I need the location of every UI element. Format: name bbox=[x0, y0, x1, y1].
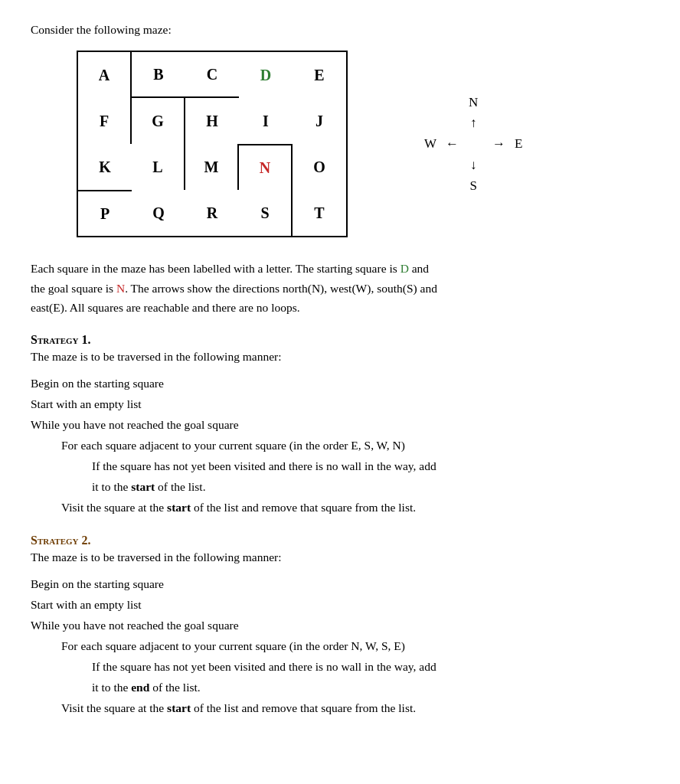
s2-step1: Begin on the starting square bbox=[31, 573, 649, 594]
maze-cell-E: E bbox=[293, 52, 346, 98]
s1-step1: Begin on the starting square bbox=[31, 373, 649, 394]
compass-east-label: E bbox=[515, 133, 522, 154]
maze-cell-J: J bbox=[293, 98, 346, 144]
maze-cell-B: B bbox=[132, 52, 185, 98]
s2-bold-end: end bbox=[131, 681, 149, 694]
s1-step5: If the square has not yet been visited a… bbox=[92, 456, 649, 476]
s2-step2: Start with an empty list bbox=[31, 594, 649, 615]
maze-cell-A: A bbox=[78, 52, 132, 98]
maze-cell-L: L bbox=[132, 144, 185, 190]
compass: N ↑ W ← → E ↓ S bbox=[424, 92, 522, 196]
maze-cell-I: I bbox=[239, 98, 293, 144]
strategy2-heading: Strategy 2. bbox=[31, 534, 649, 547]
strategy1-heading: Strategy 1. bbox=[31, 333, 649, 347]
compass-up-arrow: ↑ bbox=[470, 113, 477, 133]
s2-step4: For each square adjacent to your current… bbox=[61, 635, 649, 656]
s2-step3: While you have not reached the goal squa… bbox=[31, 615, 649, 635]
s2-step5b: it to the end of the list. bbox=[92, 677, 649, 697]
s2-bold-start: start bbox=[167, 701, 191, 714]
maze-grid: A B C D E F G H I bbox=[77, 51, 348, 237]
compass-right-arrow: → bbox=[492, 133, 505, 154]
s1-step3: While you have not reached the goal squa… bbox=[31, 414, 649, 435]
s2-step6: Visit the square at the start of the lis… bbox=[61, 697, 649, 718]
maze-cell-M: M bbox=[185, 144, 239, 190]
s1-step4: For each square adjacent to your current… bbox=[61, 435, 649, 456]
maze-cell-P: P bbox=[78, 190, 132, 236]
maze-cell-G: G bbox=[132, 98, 185, 144]
s1-bold-start: start bbox=[131, 480, 155, 493]
compass-left-arrow: ← bbox=[446, 133, 459, 154]
strategy1-intro: The maze is to be traversed in the follo… bbox=[31, 350, 649, 364]
maze-cell-T: T bbox=[293, 190, 346, 236]
intro-text: Consider the following maze: bbox=[31, 23, 649, 37]
strategy1-section: Strategy 1. The maze is to be traversed … bbox=[31, 333, 649, 518]
s1-step6: Visit the square at the start of the lis… bbox=[61, 497, 649, 518]
maze-cell-S: S bbox=[239, 190, 293, 236]
compass-down-arrow: ↓ bbox=[470, 155, 477, 175]
strategy1-algorithm: Begin on the starting square Start with … bbox=[31, 373, 649, 518]
start-letter: D bbox=[400, 262, 409, 275]
s1-bold-start2: start bbox=[167, 501, 191, 514]
maze-cell-K: K bbox=[78, 144, 132, 190]
maze-cell-O: O bbox=[293, 144, 346, 190]
compass-north-label: N bbox=[469, 92, 478, 113]
maze-cell-D: D bbox=[239, 52, 293, 98]
strategy2-section: Strategy 2. The maze is to be traversed … bbox=[31, 534, 649, 719]
compass-west-label: W bbox=[424, 133, 436, 154]
compass-ew-row: W ← → E bbox=[424, 133, 522, 154]
strategy2-algorithm: Begin on the starting square Start with … bbox=[31, 573, 649, 719]
s1-step5b: it to the start of the list. bbox=[92, 476, 649, 497]
maze-cell-Q: Q bbox=[132, 190, 185, 236]
compass-south-label: S bbox=[469, 175, 476, 196]
description: Each square in the maze has been labelle… bbox=[31, 259, 649, 318]
maze-cell-N: N bbox=[239, 144, 293, 190]
maze-cell-R: R bbox=[185, 190, 239, 236]
goal-letter: N bbox=[116, 282, 125, 295]
s2-step5: If the square has not yet been visited a… bbox=[92, 656, 649, 677]
s1-step2: Start with an empty list bbox=[31, 394, 649, 414]
maze-cell-F: F bbox=[78, 98, 132, 144]
maze-cell-H: H bbox=[185, 98, 239, 144]
maze-compass-container: A B C D E F G H I bbox=[77, 51, 649, 237]
strategy2-intro: The maze is to be traversed in the follo… bbox=[31, 550, 649, 564]
maze-cell-C: C bbox=[185, 52, 239, 98]
